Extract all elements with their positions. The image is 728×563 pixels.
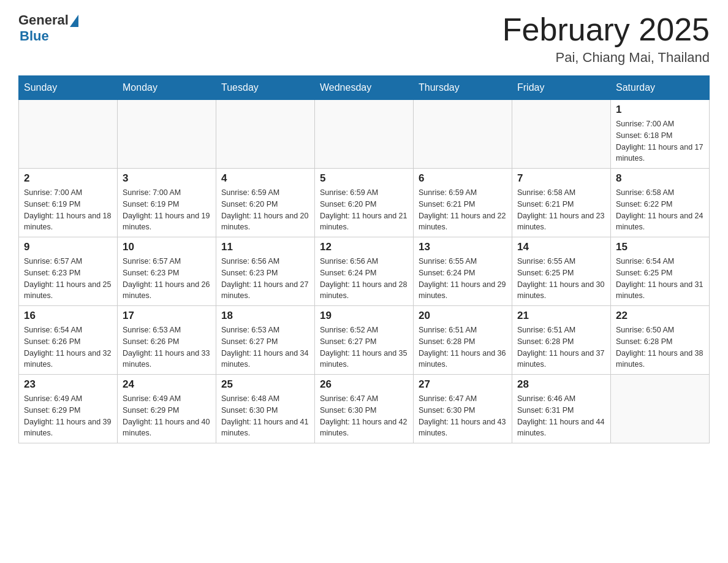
calendar-cell: 20Sunrise: 6:51 AMSunset: 6:28 PMDayligh… (414, 306, 512, 375)
day-info: Sunrise: 6:56 AMSunset: 6:24 PMDaylight:… (320, 256, 408, 302)
day-number: 15 (616, 241, 704, 253)
calendar-table: SundayMondayTuesdayWednesdayThursdayFrid… (18, 75, 710, 443)
calendar-cell: 11Sunrise: 6:56 AMSunset: 6:23 PMDayligh… (216, 237, 315, 306)
calendar-cell: 26Sunrise: 6:47 AMSunset: 6:30 PMDayligh… (315, 375, 414, 443)
day-number: 5 (320, 172, 408, 185)
weekday-header-sunday: Sunday (19, 76, 118, 100)
day-number: 7 (517, 172, 605, 185)
day-number: 14 (517, 241, 605, 253)
day-info: Sunrise: 7:00 AMSunset: 6:19 PMDaylight:… (123, 187, 211, 233)
calendar-cell: 23Sunrise: 6:49 AMSunset: 6:29 PMDayligh… (19, 375, 118, 443)
day-info: Sunrise: 7:00 AMSunset: 6:18 PMDaylight:… (616, 118, 704, 164)
day-info: Sunrise: 6:53 AMSunset: 6:27 PMDaylight:… (221, 324, 309, 370)
calendar-cell (512, 100, 611, 169)
calendar-week-row: 9Sunrise: 6:57 AMSunset: 6:23 PMDaylight… (19, 237, 710, 306)
day-number: 8 (616, 172, 704, 185)
location-title: Pai, Chiang Mai, Thailand (502, 50, 710, 66)
logo: General Blue (18, 12, 78, 44)
calendar-cell: 21Sunrise: 6:51 AMSunset: 6:28 PMDayligh… (512, 306, 611, 375)
day-info: Sunrise: 6:58 AMSunset: 6:21 PMDaylight:… (517, 187, 605, 233)
calendar-cell: 1Sunrise: 7:00 AMSunset: 6:18 PMDaylight… (611, 100, 710, 169)
weekday-header-thursday: Thursday (414, 76, 512, 100)
day-number: 18 (221, 310, 309, 322)
calendar-cell: 2Sunrise: 7:00 AMSunset: 6:19 PMDaylight… (19, 169, 118, 237)
calendar-cell: 13Sunrise: 6:55 AMSunset: 6:24 PMDayligh… (414, 237, 512, 306)
day-number: 23 (24, 378, 112, 391)
calendar-cell: 9Sunrise: 6:57 AMSunset: 6:23 PMDaylight… (19, 237, 118, 306)
calendar-cell: 5Sunrise: 6:59 AMSunset: 6:20 PMDaylight… (315, 169, 414, 237)
day-info: Sunrise: 6:59 AMSunset: 6:20 PMDaylight:… (320, 187, 408, 233)
day-number: 28 (517, 378, 605, 391)
calendar-cell: 27Sunrise: 6:47 AMSunset: 6:30 PMDayligh… (414, 375, 512, 443)
weekday-header-friday: Friday (512, 76, 611, 100)
day-info: Sunrise: 6:49 AMSunset: 6:29 PMDaylight:… (123, 393, 211, 439)
day-info: Sunrise: 6:55 AMSunset: 6:24 PMDaylight:… (419, 256, 507, 302)
calendar-cell: 28Sunrise: 6:46 AMSunset: 6:31 PMDayligh… (512, 375, 611, 443)
day-info: Sunrise: 6:51 AMSunset: 6:28 PMDaylight:… (419, 324, 507, 370)
calendar-cell (414, 100, 512, 169)
day-info: Sunrise: 6:47 AMSunset: 6:30 PMDaylight:… (419, 393, 507, 439)
logo-blue-text: Blue (20, 28, 49, 44)
day-number: 3 (123, 172, 211, 185)
calendar-cell: 16Sunrise: 6:54 AMSunset: 6:26 PMDayligh… (19, 306, 118, 375)
calendar-cell: 10Sunrise: 6:57 AMSunset: 6:23 PMDayligh… (118, 237, 216, 306)
day-number: 12 (320, 241, 408, 253)
day-info: Sunrise: 6:54 AMSunset: 6:25 PMDaylight:… (616, 256, 704, 302)
calendar-cell: 25Sunrise: 6:48 AMSunset: 6:30 PMDayligh… (216, 375, 315, 443)
calendar-cell: 14Sunrise: 6:55 AMSunset: 6:25 PMDayligh… (512, 237, 611, 306)
day-number: 22 (616, 310, 704, 322)
calendar-week-row: 1Sunrise: 7:00 AMSunset: 6:18 PMDaylight… (19, 100, 710, 169)
calendar-week-row: 16Sunrise: 6:54 AMSunset: 6:26 PMDayligh… (19, 306, 710, 375)
weekday-header-monday: Monday (118, 76, 216, 100)
day-info: Sunrise: 6:57 AMSunset: 6:23 PMDaylight:… (123, 256, 211, 302)
title-section: February 2025 Pai, Chiang Mai, Thailand (502, 12, 710, 66)
day-number: 19 (320, 310, 408, 322)
calendar-cell (118, 100, 216, 169)
day-number: 25 (221, 378, 309, 391)
logo-general-text: General (18, 12, 69, 28)
calendar-cell: 19Sunrise: 6:52 AMSunset: 6:27 PMDayligh… (315, 306, 414, 375)
calendar-cell: 17Sunrise: 6:53 AMSunset: 6:26 PMDayligh… (118, 306, 216, 375)
weekday-header-wednesday: Wednesday (315, 76, 414, 100)
day-number: 4 (221, 172, 309, 185)
calendar-cell: 15Sunrise: 6:54 AMSunset: 6:25 PMDayligh… (611, 237, 710, 306)
logo-triangle-icon (70, 15, 78, 27)
day-number: 6 (419, 172, 507, 185)
calendar-cell: 24Sunrise: 6:49 AMSunset: 6:29 PMDayligh… (118, 375, 216, 443)
day-number: 24 (123, 378, 211, 391)
weekday-header-tuesday: Tuesday (216, 76, 315, 100)
calendar-cell: 12Sunrise: 6:56 AMSunset: 6:24 PMDayligh… (315, 237, 414, 306)
day-info: Sunrise: 6:46 AMSunset: 6:31 PMDaylight:… (517, 393, 605, 439)
day-info: Sunrise: 6:50 AMSunset: 6:28 PMDaylight:… (616, 324, 704, 370)
day-number: 10 (123, 241, 211, 253)
page-header: General Blue February 2025 Pai, Chiang M… (18, 12, 710, 66)
calendar-week-row: 2Sunrise: 7:00 AMSunset: 6:19 PMDaylight… (19, 169, 710, 237)
calendar-cell: 6Sunrise: 6:59 AMSunset: 6:21 PMDaylight… (414, 169, 512, 237)
calendar-week-row: 23Sunrise: 6:49 AMSunset: 6:29 PMDayligh… (19, 375, 710, 443)
day-number: 2 (24, 172, 112, 185)
day-info: Sunrise: 6:57 AMSunset: 6:23 PMDaylight:… (24, 256, 112, 302)
day-info: Sunrise: 6:58 AMSunset: 6:22 PMDaylight:… (616, 187, 704, 233)
day-number: 27 (419, 378, 507, 391)
weekday-header-saturday: Saturday (611, 76, 710, 100)
day-number: 21 (517, 310, 605, 322)
calendar-cell: 18Sunrise: 6:53 AMSunset: 6:27 PMDayligh… (216, 306, 315, 375)
day-info: Sunrise: 6:49 AMSunset: 6:29 PMDaylight:… (24, 393, 112, 439)
calendar-cell: 3Sunrise: 7:00 AMSunset: 6:19 PMDaylight… (118, 169, 216, 237)
calendar-cell (216, 100, 315, 169)
day-number: 1 (616, 104, 704, 116)
day-info: Sunrise: 7:00 AMSunset: 6:19 PMDaylight:… (24, 187, 112, 233)
day-number: 17 (123, 310, 211, 322)
day-info: Sunrise: 6:53 AMSunset: 6:26 PMDaylight:… (123, 324, 211, 370)
day-number: 16 (24, 310, 112, 322)
day-info: Sunrise: 6:54 AMSunset: 6:26 PMDaylight:… (24, 324, 112, 370)
day-number: 20 (419, 310, 507, 322)
weekday-header-row: SundayMondayTuesdayWednesdayThursdayFrid… (19, 76, 710, 100)
calendar-cell: 22Sunrise: 6:50 AMSunset: 6:28 PMDayligh… (611, 306, 710, 375)
calendar-cell: 8Sunrise: 6:58 AMSunset: 6:22 PMDaylight… (611, 169, 710, 237)
calendar-cell: 4Sunrise: 6:59 AMSunset: 6:20 PMDaylight… (216, 169, 315, 237)
month-title: February 2025 (502, 12, 710, 47)
day-number: 13 (419, 241, 507, 253)
day-info: Sunrise: 6:59 AMSunset: 6:20 PMDaylight:… (221, 187, 309, 233)
day-info: Sunrise: 6:47 AMSunset: 6:30 PMDaylight:… (320, 393, 408, 439)
